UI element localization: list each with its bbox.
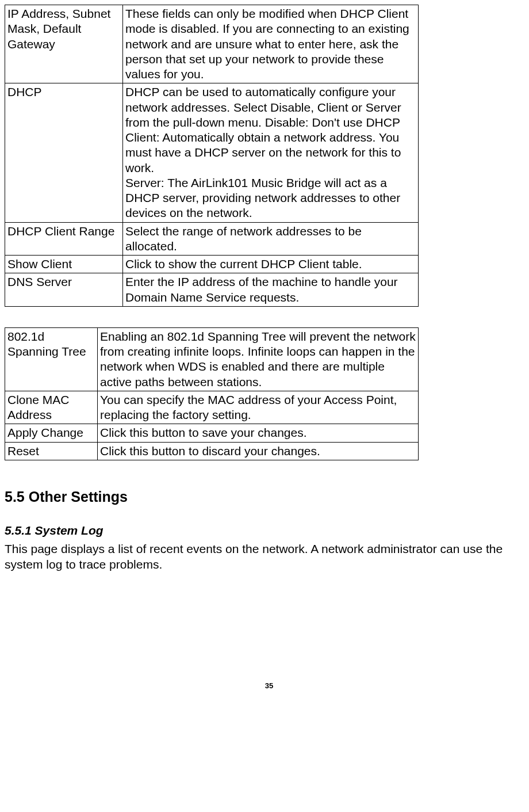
row-desc: Enter the IP address of the machine to h… [123,273,419,307]
table-row: IP Address, Subnet Mask, Default Gateway… [5,5,419,83]
row-label: Apply Change [5,424,98,442]
page-number: 35 [5,681,529,691]
table-row: DHCP Client Range Select the range of ne… [5,222,419,256]
section-heading-5-5: 5.5 Other Settings [5,488,529,506]
row-label: IP Address, Subnet Mask, Default Gateway [5,5,123,83]
row-desc: Select the range of network addresses to… [123,222,419,256]
section-paragraph-5-5-1: This page displays a list of recent even… [5,542,529,572]
table-row: Reset Click this button to discard your … [5,442,419,460]
table-row: 802.1d Spanning Tree Enabling an 802.1d … [5,327,419,391]
table-row: Clone MAC Address You can specify the MA… [5,391,419,424]
row-desc: Click this button to discard your change… [98,442,419,460]
row-desc: Enabling an 802.1d Spanning Tree will pr… [98,327,419,391]
row-label: DHCP [5,83,123,222]
row-desc: These fields can only be modified when D… [123,5,419,83]
row-label: 802.1d Spanning Tree [5,327,98,391]
row-desc: You can specify the MAC address of your … [98,391,419,424]
section-heading-5-5-1: 5.5.1 System Log [5,523,529,538]
settings-table-1: IP Address, Subnet Mask, Default Gateway… [5,5,419,307]
settings-table-2: 802.1d Spanning Tree Enabling an 802.1d … [5,327,419,460]
table-row: Apply Change Click this button to save y… [5,424,419,442]
row-desc: DHCP can be used to automatically config… [123,83,419,222]
table-row: DNS Server Enter the IP address of the m… [5,273,419,307]
row-label: DHCP Client Range [5,222,123,256]
row-label: Show Client [5,256,123,273]
row-label: DNS Server [5,273,123,307]
row-label: Reset [5,442,98,460]
row-desc: Click to show the current DHCP Client ta… [123,256,419,273]
row-desc: Click this button to save your changes. [98,424,419,442]
table-row: DHCP DHCP can be used to automatically c… [5,83,419,222]
row-label: Clone MAC Address [5,391,98,424]
table-row: Show Client Click to show the current DH… [5,256,419,273]
